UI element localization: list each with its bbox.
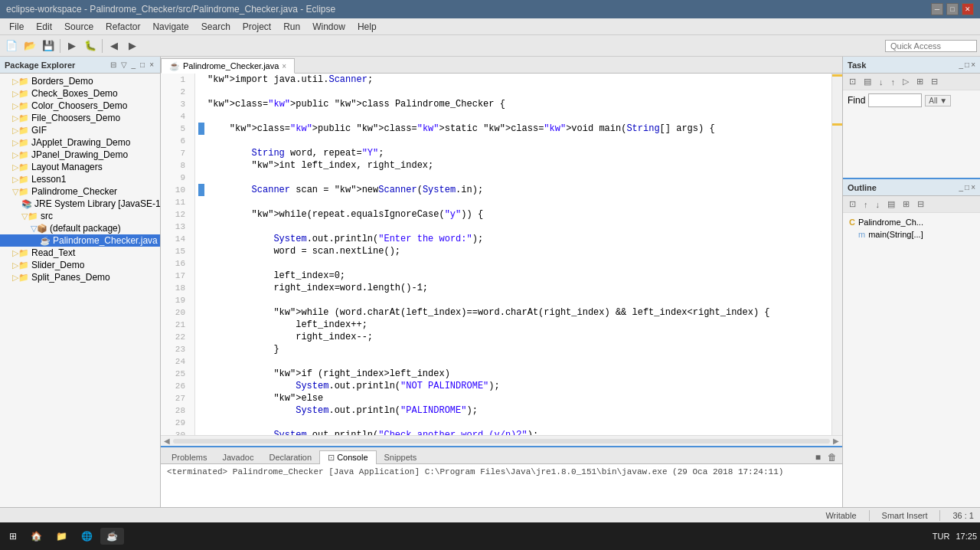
outline-btn-3[interactable]: ↓ xyxy=(873,198,884,211)
tab-declaration[interactable]: Declaration xyxy=(261,451,319,463)
tab-palindrome[interactable]: ☕ Palindrome_Checker.java × xyxy=(161,58,295,74)
outline-btn-5[interactable]: ⊞ xyxy=(900,198,913,211)
menu-edit[interactable]: Edit xyxy=(30,20,58,34)
menu-run[interactable]: Run xyxy=(277,20,306,34)
find-input[interactable] xyxy=(868,93,922,107)
menu-search[interactable]: Search xyxy=(195,20,237,34)
pkg-minimize[interactable]: _ xyxy=(130,60,138,70)
close-button[interactable]: ✕ xyxy=(962,3,974,15)
pkg-collapse[interactable]: ⊟ xyxy=(109,60,118,70)
task-minimize[interactable]: _ xyxy=(959,61,964,69)
find-all-button[interactable]: All ▼ xyxy=(925,95,951,106)
forward-button[interactable]: ▶ xyxy=(124,38,141,54)
task-maximize[interactable]: □ xyxy=(965,61,969,69)
minimize-button[interactable]: ─ xyxy=(931,3,943,15)
taskbar-browser[interactable]: 🌐 xyxy=(75,528,99,545)
task-btn-4[interactable]: ↑ xyxy=(888,76,899,88)
folder-icon: ▷📁 xyxy=(12,162,29,172)
outline-item-class[interactable]: C Palindrome_Ch... xyxy=(846,216,977,228)
horizontal-scrollbar[interactable]: ◀ ▶ xyxy=(161,435,842,446)
tree-item-checkboxes[interactable]: ▷📁 Check_Boxes_Demo xyxy=(0,87,160,100)
outline-btn-1[interactable]: ⊡ xyxy=(846,198,859,211)
task-btn-6[interactable]: ⊞ xyxy=(913,75,926,88)
tree-item-slider[interactable]: ▷📁 Slider_Demo xyxy=(0,259,160,271)
line-code-20: "kw">while xyxy=(207,306,328,319)
code-editor[interactable]: 1234567891011121314151617181920212223242… xyxy=(161,74,842,435)
menu-source[interactable]: Source xyxy=(58,20,100,34)
scroll-left[interactable]: ◀ xyxy=(164,437,170,445)
outline-close[interactable]: × xyxy=(971,183,975,192)
new-button[interactable]: 📄 xyxy=(3,38,20,54)
scrollbar-track[interactable] xyxy=(173,439,830,444)
tree-label: JPanel_Drawing_Demo xyxy=(31,149,128,160)
tree-item-src[interactable]: ▽📁 src xyxy=(0,210,160,222)
code-content[interactable]: "kw">import java.util.Scanner; "kw">clas… xyxy=(195,74,831,435)
task-btn-3[interactable]: ↓ xyxy=(876,76,887,88)
code-line-10: Scanner scan = "kw">new Scanner(System.i… xyxy=(198,184,828,196)
task-btn-2[interactable]: ▤ xyxy=(861,75,874,88)
outline-item-main[interactable]: m main(String[...] xyxy=(846,228,977,241)
menu-navigate[interactable]: Navigate xyxy=(146,20,194,34)
tab-console[interactable]: ⊡ Console xyxy=(319,450,376,464)
tree-item-japplet[interactable]: ▷📁 JApplet_Drawing_Demo xyxy=(0,136,160,149)
line-num-1: 1 xyxy=(165,74,190,86)
tree-item-default-pkg[interactable]: ▽📦 (default package) xyxy=(0,222,160,234)
tree-item-color[interactable]: ▷📁 Color_Choosers_Demo xyxy=(0,100,160,112)
outline-btn-6[interactable]: ⊟ xyxy=(914,198,927,211)
clear-console[interactable]: 🗑 xyxy=(825,451,839,463)
tree-item-jpanel[interactable]: ▷📁 JPanel_Drawing_Demo xyxy=(0,149,160,161)
toolbar-sep-1 xyxy=(60,39,60,53)
outline-maximize[interactable]: □ xyxy=(965,183,969,192)
menu-file[interactable]: File xyxy=(3,20,30,34)
save-button[interactable]: 💾 xyxy=(40,38,57,54)
task-title: Task xyxy=(848,61,866,70)
editor-scroll-overview[interactable] xyxy=(831,74,842,435)
tree-item-gif[interactable]: ▷📁 GIF xyxy=(0,124,160,136)
menu-refactor[interactable]: Refactor xyxy=(100,20,146,34)
menu-project[interactable]: Project xyxy=(237,20,277,34)
taskbar-home[interactable]: 🏠 xyxy=(24,528,48,545)
tree-item-split[interactable]: ▷📁 Split_Panes_Demo xyxy=(0,271,160,283)
taskbar-eclipse[interactable]: ☕ xyxy=(100,528,124,545)
scroll-right[interactable]: ▶ xyxy=(833,437,839,445)
tree-item-palindrome[interactable]: ▽📁 Palindrome_Checker xyxy=(0,185,160,198)
tab-javadoc[interactable]: Javadoc xyxy=(214,451,261,463)
tab-problems[interactable]: Problems xyxy=(164,451,214,463)
line-marker-26 xyxy=(198,380,204,392)
tree-item-lesson1[interactable]: ▷📁 Lesson1 xyxy=(0,173,160,185)
menu-help[interactable]: Help xyxy=(351,20,383,34)
taskbar-files[interactable]: 📁 xyxy=(50,528,74,545)
tab-snippets[interactable]: Snippets xyxy=(377,451,425,463)
task-btn-1[interactable]: ⊡ xyxy=(846,75,859,88)
task-btn-7[interactable]: ⊟ xyxy=(928,75,941,88)
maximize-button[interactable]: □ xyxy=(946,3,959,15)
task-btn-5[interactable]: ▷ xyxy=(900,75,912,88)
debug-button[interactable]: 🐛 xyxy=(82,38,99,54)
tab-close-button[interactable]: × xyxy=(282,62,286,70)
tree-item-palindrome-java[interactable]: ☕ Palindrome_Checker.java xyxy=(0,234,160,247)
pkg-menu[interactable]: ▽ xyxy=(119,60,129,70)
folder-icon: ▷📁 xyxy=(12,113,29,123)
line-marker-22 xyxy=(198,331,204,343)
tree-item-readtext[interactable]: ▷📁 Read_Text xyxy=(0,247,160,259)
tree-item-jre[interactable]: 📚 JRE System Library [JavaSE-1.8] xyxy=(0,198,160,210)
outline-minimize[interactable]: _ xyxy=(959,183,964,192)
pkg-maximize[interactable]: □ xyxy=(139,60,146,70)
line-code-29 xyxy=(207,417,213,429)
task-close[interactable]: × xyxy=(971,61,975,69)
start-button[interactable]: ⊞ xyxy=(3,528,23,545)
run-button[interactable]: ▶ xyxy=(64,38,80,54)
quick-access-input[interactable] xyxy=(885,40,977,52)
taskbar-system-tray: TUR 17:25 xyxy=(933,532,977,541)
line-code-16 xyxy=(207,257,213,270)
pkg-close[interactable]: × xyxy=(148,60,155,70)
menu-window[interactable]: Window xyxy=(306,20,351,34)
back-button[interactable]: ◀ xyxy=(106,38,122,54)
outline-btn-4[interactable]: ▤ xyxy=(884,198,898,211)
outline-btn-2[interactable]: ↑ xyxy=(861,198,871,211)
open-button[interactable]: 📂 xyxy=(21,38,38,54)
tree-item-layout[interactable]: ▷📁 Layout Managers xyxy=(0,161,160,173)
terminate-button[interactable]: ■ xyxy=(813,451,823,463)
tree-item-borders[interactable]: ▷📁 Borders_Demo xyxy=(0,75,160,87)
tree-item-file[interactable]: ▷📁 File_Choosers_Demo xyxy=(0,112,160,124)
